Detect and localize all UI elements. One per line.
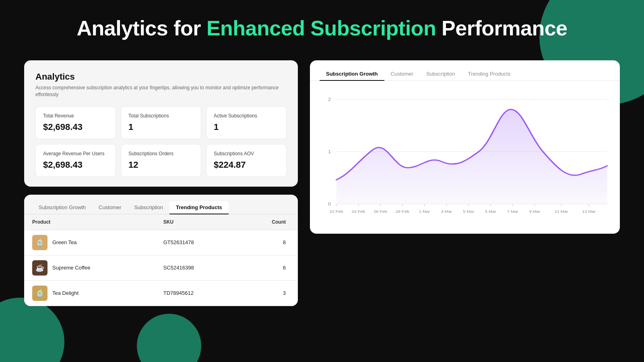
table-row: 🍵 Tea Delight TD78945612 3 xyxy=(24,280,298,306)
left-panel: Analytics Access comprehensive subscript… xyxy=(24,60,298,306)
metric-subscription-orders-value: 12 xyxy=(128,160,194,170)
title-prefix: Analytics for xyxy=(76,16,206,40)
metric-total-revenue: Total Revenue $2,698.43 xyxy=(35,106,116,139)
svg-text:3 Mar: 3 Mar xyxy=(441,210,452,214)
product-cell-2: ☕ Supreme Coffee xyxy=(24,255,155,280)
svg-text:2: 2 xyxy=(328,97,331,102)
svg-text:22 Feb: 22 Feb xyxy=(330,210,343,214)
product-count-1: 8 xyxy=(237,230,298,255)
svg-text:9 Mar: 9 Mar xyxy=(529,210,541,214)
metric-subscription-orders-label: Subscriptions Orders xyxy=(128,151,194,156)
right-panel: Subscription Growth Customer Subscriptio… xyxy=(310,60,620,234)
metric-arpu: Average Revenue Per Users $2,698.43 xyxy=(35,144,116,177)
analytics-card-desc: Access comprehensive subscription analyt… xyxy=(35,84,287,98)
product-count-2: 6 xyxy=(237,255,298,280)
metric-active-subscriptions: Active Subscriptions 1 xyxy=(206,106,287,139)
tab-trending-products[interactable]: Trending Products xyxy=(169,201,229,214)
product-name-1: Green Tea xyxy=(52,239,76,245)
metric-total-subscriptions-label: Total Subscriptions xyxy=(128,113,194,119)
svg-text:26 Feb: 26 Feb xyxy=(374,210,387,214)
product-sku-2: SC52416398 xyxy=(155,255,238,280)
product-img-2: ☕ xyxy=(32,260,47,276)
tab-customer[interactable]: Customer xyxy=(92,201,128,214)
metric-aov: Subscriptions AOV $224.87 xyxy=(206,144,287,177)
chart-svg: 2 1 0 xyxy=(318,87,612,224)
table-card: Subscription Growth Customer Subscriptio… xyxy=(24,195,298,306)
title-highlight: Enhanced Subscription xyxy=(206,16,436,40)
products-table: Product SKU Count 🍵 Green Tea xyxy=(24,214,298,306)
analytics-card-title: Analytics xyxy=(35,72,287,82)
chart-tab-subscription-growth[interactable]: Subscription Growth xyxy=(320,68,384,81)
metric-total-subscriptions: Total Subscriptions 1 xyxy=(121,106,201,139)
chart-area: 2 1 0 xyxy=(310,81,620,234)
metric-active-subscriptions-label: Active Subscriptions xyxy=(214,113,279,119)
tab-subscription-growth[interactable]: Subscription Growth xyxy=(32,201,92,214)
metrics-grid: Total Revenue $2,698.43 Total Subscripti… xyxy=(35,106,287,177)
col-sku: SKU xyxy=(155,214,238,230)
svg-text:7 Mar: 7 Mar xyxy=(507,210,518,214)
chart-tab-subscription[interactable]: Subscription xyxy=(420,68,462,81)
metric-aov-value: $224.87 xyxy=(214,160,279,170)
col-product: Product xyxy=(24,214,155,230)
svg-text:28 Feb: 28 Feb xyxy=(396,210,409,214)
metric-total-revenue-label: Total Revenue xyxy=(43,113,108,119)
svg-text:5 Mar: 5 Mar xyxy=(463,210,474,214)
tab-subscription[interactable]: Subscription xyxy=(128,201,169,214)
product-img-1: 🍵 xyxy=(32,235,47,250)
table-row: 🍵 Green Tea GT52631478 8 xyxy=(24,230,298,255)
product-cell-1: 🍵 Green Tea xyxy=(24,230,155,255)
chart-card: Subscription Growth Customer Subscriptio… xyxy=(310,60,620,234)
svg-text:0: 0 xyxy=(328,202,331,206)
product-cell-3: 🍵 Tea Delight xyxy=(24,280,155,306)
page-title: Analytics for Enhanced Subscription Perf… xyxy=(24,16,620,40)
product-img-3: 🍵 xyxy=(32,286,47,301)
table-row: ☕ Supreme Coffee SC52416398 6 xyxy=(24,255,298,280)
metric-arpu-label: Average Revenue Per Users xyxy=(43,151,108,156)
product-count-3: 3 xyxy=(237,280,298,306)
svg-text:13 Mar: 13 Mar xyxy=(582,210,596,214)
title-suffix: Performance xyxy=(436,16,567,40)
chart-tabs: Subscription Growth Customer Subscriptio… xyxy=(310,60,620,81)
metric-arpu-value: $2,698.43 xyxy=(43,160,108,170)
metric-aov-label: Subscriptions AOV xyxy=(214,151,279,156)
chart-tab-trending[interactable]: Trending Products xyxy=(461,68,517,81)
analytics-card: Analytics Access comprehensive subscript… xyxy=(24,60,298,187)
product-sku-3: TD78945612 xyxy=(155,280,238,306)
table-tabs: Subscription Growth Customer Subscriptio… xyxy=(24,195,298,214)
metric-total-revenue-value: $2,698.43 xyxy=(43,122,108,132)
svg-text:24 Feb: 24 Feb xyxy=(352,210,365,214)
product-sku-1: GT52631478 xyxy=(155,230,238,255)
svg-text:5 Mar: 5 Mar xyxy=(485,210,496,214)
metric-total-subscriptions-value: 1 xyxy=(128,122,194,132)
svg-text:1 Mar: 1 Mar xyxy=(419,210,430,214)
col-count: Count xyxy=(237,214,298,230)
product-name-2: Supreme Coffee xyxy=(52,265,90,271)
metric-subscription-orders: Subscriptions Orders 12 xyxy=(121,144,201,177)
metric-active-subscriptions-value: 1 xyxy=(214,122,279,132)
chart-tab-customer[interactable]: Customer xyxy=(384,68,420,81)
svg-text:11 Mar: 11 Mar xyxy=(555,210,568,214)
product-name-3: Tea Delight xyxy=(52,290,78,296)
svg-text:1: 1 xyxy=(328,149,331,154)
